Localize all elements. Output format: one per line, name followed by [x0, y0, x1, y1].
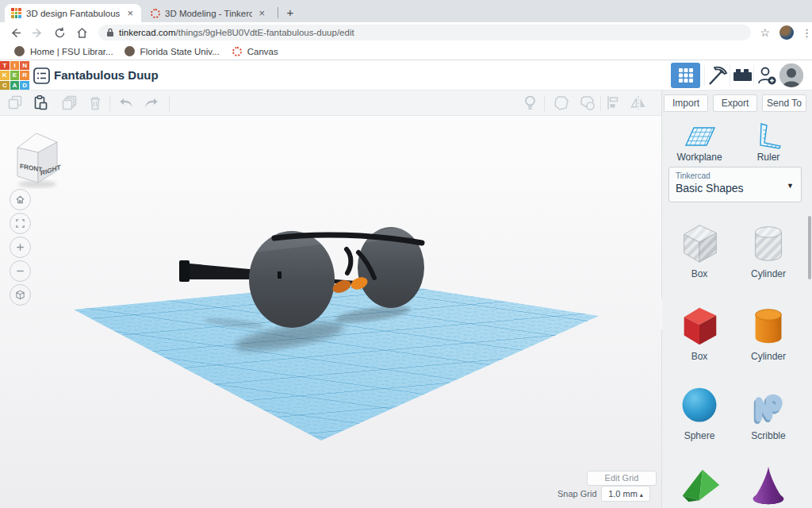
tinkercad-header: T I N K E R C A D Fantabulous Duup	[0, 60, 812, 90]
paste-icon[interactable]	[33, 95, 48, 110]
tinkercad-favicon	[11, 8, 21, 18]
snap-caret-icon: ▴	[640, 491, 643, 498]
delete-trash-icon[interactable]	[89, 95, 102, 110]
back-icon[interactable]	[9, 26, 22, 40]
invite-person-icon[interactable]	[756, 66, 777, 86]
fit-view-button[interactable]	[10, 213, 31, 234]
library-label: Tinkercad	[676, 171, 795, 180]
duplicate-icon[interactable]	[62, 95, 77, 110]
close-tab-icon[interactable]: ×	[257, 7, 266, 19]
bookmark-item[interactable]: Canvas	[232, 47, 278, 56]
tinkercad-logo[interactable]: T I N K E R C A D	[0, 61, 29, 90]
zoom-out-button[interactable]	[10, 260, 31, 282]
logo-cell: N	[20, 61, 29, 70]
redo-icon[interactable]	[144, 98, 159, 108]
shape-scribble[interactable]: Scribble	[737, 384, 800, 441]
bookmark-label: Home | FSU Librar...	[30, 47, 113, 56]
forward-icon[interactable]	[31, 26, 44, 40]
import-button[interactable]: Import	[664, 94, 708, 112]
url-domain: tinkercad.com	[119, 28, 176, 37]
logo-cell: R	[20, 71, 29, 79]
new-tab-button[interactable]: +	[282, 5, 298, 21]
export-button[interactable]: Export	[713, 94, 757, 112]
user-avatar[interactable]	[779, 64, 803, 87]
shape-box-hole[interactable]: Box	[668, 221, 731, 279]
toolbar-separator	[169, 95, 170, 111]
send-to-button[interactable]: Send To	[762, 94, 806, 112]
logo-cell: K	[0, 71, 10, 79]
toolbar-separator	[544, 95, 545, 111]
url-path: /things/9gHe8U0VdtE-fantabulous-duup/edi…	[176, 28, 354, 37]
box-hole-icon	[676, 221, 723, 267]
close-tab-icon[interactable]: ×	[125, 7, 135, 19]
bookmark-item[interactable]: Florida State Univ...	[124, 46, 220, 56]
cylinder-icon	[745, 303, 792, 349]
sidebar-scrollbar[interactable]	[808, 216, 811, 279]
logo-cell: C	[0, 81, 10, 90]
tab-active[interactable]: 3D design Fantabulous Duup | ×	[5, 4, 141, 22]
ruler-tool[interactable]: Ruler	[737, 122, 800, 163]
workplane-icon	[683, 122, 716, 149]
logo-cell: T	[0, 61, 10, 70]
home-view-button[interactable]	[10, 189, 31, 210]
shape-label: Scribble	[737, 430, 800, 441]
home-icon[interactable]	[75, 26, 89, 40]
bookmark-label: Canvas	[247, 47, 278, 56]
tab-divider	[278, 7, 278, 18]
roof-icon	[676, 462, 723, 508]
header-separator	[730, 65, 730, 86]
cylinder-hole-icon	[745, 221, 792, 267]
canvas-favicon	[232, 47, 242, 56]
bookmark-item[interactable]: Home | FSU Librar...	[14, 46, 113, 56]
zoom-in-button[interactable]	[10, 237, 31, 258]
chrome-menu-icon[interactable]: ⋮	[802, 27, 812, 39]
group-icon[interactable]	[553, 95, 569, 111]
header-separator	[704, 65, 705, 86]
shape-cone[interactable]	[737, 462, 800, 508]
shape-cylinder-hole[interactable]: Cylinder	[737, 221, 800, 279]
mirror-icon[interactable]	[630, 95, 646, 110]
workplane-tool[interactable]: Workplane	[668, 122, 731, 163]
chrome-profile-avatar[interactable]	[779, 25, 794, 40]
edit-grid-button[interactable]: Edit Grid	[587, 471, 657, 486]
bookmark-star-icon[interactable]: ☆	[760, 26, 771, 39]
shape-label: Sphere	[668, 430, 731, 441]
bookmarks-bar: Home | FSU Librar... Florida State Univ.…	[0, 43, 812, 60]
header-separator	[753, 65, 754, 86]
lock-icon	[106, 28, 114, 37]
design-list-icon[interactable]	[33, 67, 50, 84]
reload-icon[interactable]	[53, 26, 67, 40]
show-all-bulb-icon[interactable]	[524, 95, 536, 111]
shape-sphere[interactable]: Sphere	[668, 384, 731, 441]
tab-title: 3D design Fantabulous Duup |	[26, 9, 121, 18]
brick-icon[interactable]	[733, 68, 753, 82]
shape-category-select[interactable]: Tinkercad Basic Shapes ▼	[668, 167, 802, 202]
dashboard-grid-button[interactable]	[671, 63, 700, 88]
url-field[interactable]: tinkercad.com/things/9gHe8U0VdtE-fantabu…	[98, 25, 751, 40]
undo-icon[interactable]	[119, 98, 133, 108]
design-viewport[interactable]: FRONT RIGHT Edit Grid Snap Grid 1.0 mm▴	[0, 116, 661, 508]
snap-grid-label: Snap Grid	[557, 489, 597, 498]
scribble-icon	[745, 384, 792, 429]
logo-cell: A	[10, 81, 20, 90]
pickaxe-icon[interactable]	[707, 66, 728, 86]
copy-icon[interactable]	[8, 95, 22, 110]
view-controls	[10, 189, 31, 306]
tab-inactive[interactable]: 3D Modeling - Tinkercad (Jour ×	[144, 4, 273, 22]
view-cube[interactable]: FRONT RIGHT	[10, 127, 65, 189]
box-icon	[676, 303, 723, 349]
chevron-down-icon: ▼	[787, 182, 794, 190]
shape-roof[interactable]	[668, 462, 731, 508]
ungroup-icon[interactable]	[580, 95, 596, 111]
browser-address-bar: tinkercad.com/things/9gHe8U0VdtE-fantabu…	[0, 22, 812, 43]
shape-box[interactable]: Box	[668, 303, 731, 362]
edit-toolbar	[0, 90, 661, 116]
perspective-toggle-button[interactable]	[10, 284, 31, 306]
snap-grid-select[interactable]: 1.0 mm▴	[601, 486, 650, 502]
snap-grid-value: 1.0 mm	[608, 489, 638, 498]
align-icon[interactable]	[607, 95, 619, 110]
cone-icon	[745, 462, 792, 508]
sunglasses-model[interactable]	[0, 116, 661, 508]
canvas-favicon	[151, 9, 160, 18]
shape-cylinder[interactable]: Cylinder	[737, 303, 800, 362]
